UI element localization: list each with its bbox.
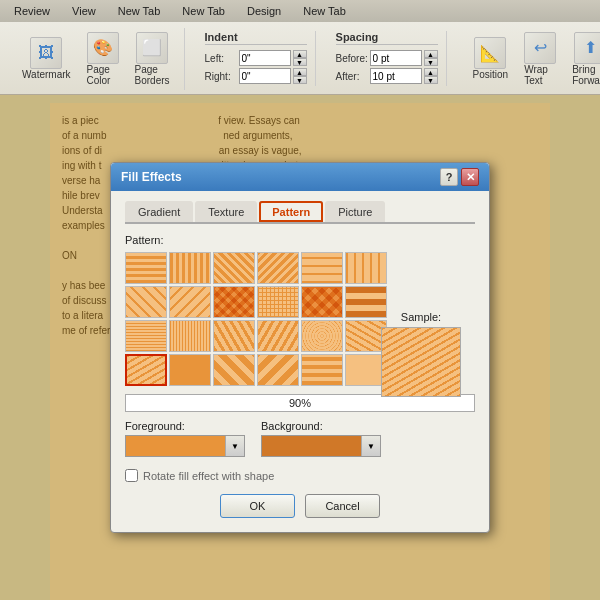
indent-left-up[interactable]: ▲ [293, 50, 307, 58]
spacing-before-down[interactable]: ▼ [424, 58, 438, 66]
watermark-button[interactable]: 🖼 Watermark [16, 33, 77, 84]
fg-bg-row: Foreground: ▼ Background: ▼ [125, 420, 475, 457]
wrap-text-label: Wrap Text [524, 64, 556, 86]
ribbon-group-spacing: Spacing Before: ▲ ▼ After: ▲ ▼ [328, 31, 447, 86]
tab-design[interactable]: Design [237, 0, 291, 22]
ribbon-content: 🖼 Watermark 🎨 Page Color ⬜ Page Borders … [0, 22, 600, 95]
pattern-cell-9[interactable] [257, 286, 299, 318]
spacing-after-up[interactable]: ▲ [424, 68, 438, 76]
tab-newtab-1[interactable]: New Tab [108, 0, 171, 22]
page-borders-icon: ⬜ [136, 32, 168, 64]
sample-box [381, 327, 461, 397]
pattern-cell-22[interactable] [301, 354, 343, 386]
tab-gradient[interactable]: Gradient [125, 201, 193, 222]
foreground-dropdown[interactable]: ▼ [125, 435, 245, 457]
pattern-cell-16[interactable] [301, 320, 343, 352]
rotate-checkbox[interactable] [125, 469, 138, 482]
tab-pattern[interactable]: Pattern [259, 201, 323, 222]
page-borders-button[interactable]: ⬜ Page Borders [129, 28, 176, 90]
rotate-checkbox-label: Rotate fill effect with shape [143, 470, 274, 482]
cancel-button[interactable]: Cancel [305, 494, 380, 518]
tab-texture[interactable]: Texture [195, 201, 257, 222]
dialog-title: Fill Effects [121, 170, 182, 184]
spacing-before-input[interactable] [370, 50, 422, 66]
pattern-cell-15[interactable] [257, 320, 299, 352]
pattern-cell-7[interactable] [169, 286, 211, 318]
dialog-close-button[interactable]: ✕ [461, 168, 479, 186]
sample-label: Sample: [381, 311, 461, 323]
bring-forward-button[interactable]: ⬆ Bring Forward [566, 28, 600, 90]
pattern-cell-6[interactable] [125, 286, 167, 318]
pattern-cell-10[interactable] [301, 286, 343, 318]
pattern-cell-18[interactable] [125, 354, 167, 386]
page-color-button[interactable]: 🎨 Page Color [81, 28, 125, 90]
indent-right-label: Right: [205, 71, 237, 82]
position-label: Position [473, 69, 509, 80]
pattern-cell-2[interactable] [213, 252, 255, 284]
pattern-cell-0[interactable] [125, 252, 167, 284]
pattern-cell-13[interactable] [169, 320, 211, 352]
spacing-after-input[interactable] [370, 68, 422, 84]
spacing-before-up[interactable]: ▲ [424, 50, 438, 58]
spacing-before-spinners: ▲ ▼ [424, 50, 438, 66]
pattern-cell-5[interactable] [345, 252, 387, 284]
fill-effects-dialog: Fill Effects ? ✕ Gradient Texture Patter… [110, 162, 490, 533]
dialog-titlebar-buttons: ? ✕ [440, 168, 479, 186]
spacing-after-down[interactable]: ▼ [424, 76, 438, 84]
pattern-cell-14[interactable] [213, 320, 255, 352]
ribbon-tabs: Review View New Tab New Tab Design New T… [0, 0, 600, 22]
ok-button[interactable]: OK [220, 494, 295, 518]
foreground-group: Foreground: ▼ [125, 420, 245, 457]
spacing-fields: Before: ▲ ▼ After: ▲ ▼ [336, 50, 438, 86]
ribbon-page-buttons: 🖼 Watermark 🎨 Page Color ⬜ Page Borders [16, 28, 176, 90]
background-dropdown[interactable]: ▼ [261, 435, 381, 457]
pattern-cell-20[interactable] [213, 354, 255, 386]
tab-picture[interactable]: Picture [325, 201, 385, 222]
indent-right-input[interactable] [239, 68, 291, 84]
indent-right-row: Right: ▲ ▼ [205, 68, 307, 84]
tab-newtab-2[interactable]: New Tab [172, 0, 235, 22]
background-label: Background: [261, 420, 381, 432]
indent-left-label: Left: [205, 53, 237, 64]
pattern-section-label: Pattern: [125, 234, 475, 246]
ribbon-group-indent: Indent Left: ▲ ▼ Right: ▲ ▼ [197, 31, 316, 86]
background-group: Background: ▼ [261, 420, 381, 457]
position-icon: 📐 [474, 37, 506, 69]
pattern-cell-12[interactable] [125, 320, 167, 352]
tab-view[interactable]: View [62, 0, 106, 22]
tab-review[interactable]: Review [4, 0, 60, 22]
indent-left-row: Left: ▲ ▼ [205, 50, 307, 66]
pattern-cell-3[interactable] [257, 252, 299, 284]
indent-fields: Left: ▲ ▼ Right: ▲ ▼ [205, 50, 307, 86]
dialog-help-button[interactable]: ? [440, 168, 458, 186]
pattern-cell-1[interactable] [169, 252, 211, 284]
indent-right-down[interactable]: ▼ [293, 76, 307, 84]
background-dropdown-arrow[interactable]: ▼ [362, 436, 380, 456]
background-swatch [262, 436, 362, 456]
page-color-label: Page Color [87, 64, 119, 86]
sample-area: Sample: [381, 311, 461, 397]
tab-newtab-3[interactable]: New Tab [293, 0, 356, 22]
pattern-cell-19[interactable] [169, 354, 211, 386]
indent-left-down[interactable]: ▼ [293, 58, 307, 66]
wrap-text-button[interactable]: ↩ Wrap Text [518, 28, 562, 90]
indent-title: Indent [205, 31, 307, 45]
indent-right-up[interactable]: ▲ [293, 68, 307, 76]
page-color-icon: 🎨 [87, 32, 119, 64]
spacing-after-label: After: [336, 71, 368, 82]
watermark-icon: 🖼 [30, 37, 62, 69]
indent-left-input[interactable] [239, 50, 291, 66]
watermark-label: Watermark [22, 69, 71, 80]
pattern-cell-8[interactable] [213, 286, 255, 318]
spacing-after-row: After: ▲ ▼ [336, 68, 438, 84]
foreground-swatch [126, 436, 226, 456]
document-area: is a piec f view. Essays can of a numb n… [0, 95, 600, 600]
pattern-cell-21[interactable] [257, 354, 299, 386]
dialog-buttons: OK Cancel [125, 494, 475, 518]
foreground-dropdown-arrow[interactable]: ▼ [226, 436, 244, 456]
position-button[interactable]: 📐 Position [467, 33, 515, 84]
pattern-cell-4[interactable] [301, 252, 343, 284]
spacing-before-label: Before: [336, 53, 368, 64]
dialog-body: Gradient Texture Pattern Picture Pattern… [111, 191, 489, 532]
wrap-text-icon: ↩ [524, 32, 556, 64]
